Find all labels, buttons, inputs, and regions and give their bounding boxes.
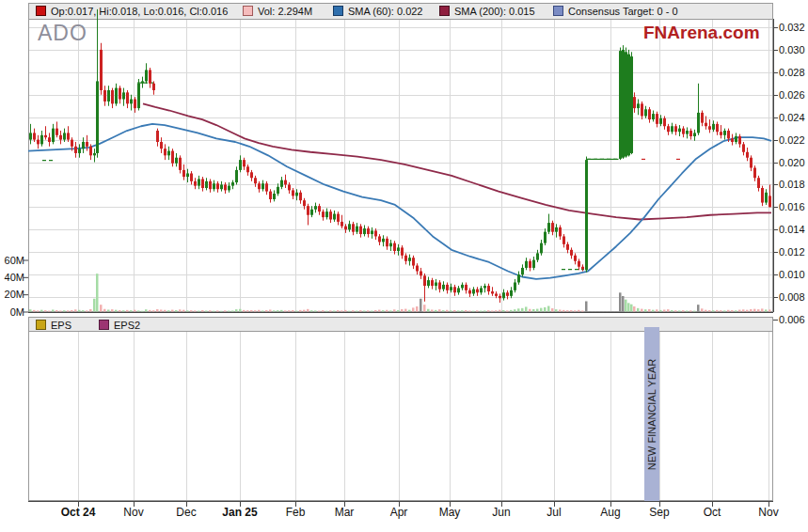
volume-bar: [483, 310, 486, 311]
volume-bar: [130, 310, 133, 311]
candle-body: [708, 126, 711, 130]
candle-body: [333, 214, 336, 220]
volume-bar: [446, 310, 449, 312]
volume-bar: [224, 310, 227, 311]
candle-body: [44, 135, 47, 137]
volume-bar: [382, 310, 385, 311]
candle-body: [209, 181, 212, 189]
volume-bar: [352, 310, 355, 311]
volume-bar: [435, 310, 437, 312]
candle-body: [648, 109, 651, 119]
volume-bar: [416, 306, 419, 312]
volume-bar: [367, 310, 370, 311]
candle-body: [461, 285, 464, 289]
candle-body: [540, 243, 543, 254]
volume-bar: [141, 311, 144, 312]
candle-body: [156, 131, 159, 142]
candle-body: [619, 51, 622, 159]
volume-bar: [663, 309, 666, 311]
volume-bar: [412, 307, 415, 311]
candle-body: [48, 137, 51, 142]
volume-bar: [284, 310, 287, 311]
candle-body: [213, 183, 215, 189]
candle-body: [37, 140, 40, 145]
candle-body: [495, 293, 498, 295]
volume-bar: [768, 309, 771, 311]
candle-body: [476, 289, 479, 293]
candle-body: [559, 227, 562, 237]
volume-bar: [585, 302, 588, 312]
candle-body: [119, 88, 121, 100]
candle-body: [630, 56, 633, 153]
volume-bar: [288, 310, 291, 311]
candle-body: [67, 133, 70, 139]
candle-body: [318, 206, 321, 211]
volume-bar: [622, 296, 625, 312]
volume-bar: [667, 309, 670, 311]
volume-bar: [228, 311, 230, 312]
candle-body: [420, 272, 422, 276]
volume-bar: [476, 310, 479, 311]
volume-bar: [303, 310, 306, 312]
volume-bar: [427, 309, 430, 312]
volume-bar: [126, 310, 129, 312]
volume-bar: [246, 310, 249, 311]
volume-bar: [562, 310, 565, 312]
volume-bar: [644, 309, 647, 311]
volume-bar: [671, 310, 673, 311]
candle-body: [525, 261, 528, 268]
candle-body: [633, 97, 636, 108]
candle-body: [731, 138, 734, 142]
candle-body: [656, 114, 658, 124]
volume-bar: [337, 310, 340, 311]
candle-body: [622, 50, 625, 158]
candle-body: [363, 228, 366, 234]
volume-bar: [727, 310, 730, 312]
volume-bar: [480, 311, 483, 312]
volume-bar: [420, 299, 422, 312]
candle-body: [93, 153, 96, 155]
volume-bar: [156, 309, 159, 312]
candle-body: [137, 84, 140, 108]
volume-bar: [299, 310, 302, 312]
volume-bar: [678, 310, 681, 311]
candle-body: [663, 118, 666, 126]
stock-chart-page: ADO FNArena.com NEW FINANCIAL YEAR Op:0.…: [0, 0, 808, 532]
volume-bar: [750, 309, 753, 312]
volume-bar: [453, 310, 456, 312]
volume-bar: [401, 309, 404, 312]
candle-body: [107, 90, 110, 102]
volume-bar: [190, 310, 193, 311]
volume-bar: [708, 310, 711, 311]
candle-body: [288, 184, 291, 190]
volume-bar: [574, 310, 577, 311]
volume-bar: [359, 310, 362, 311]
price-chart-canvas[interactable]: [0, 0, 808, 532]
candle-body: [235, 170, 238, 182]
volume-bar: [625, 300, 627, 312]
candle-body: [352, 224, 355, 231]
volume-bar: [59, 310, 62, 311]
candle-body: [438, 282, 441, 289]
candle-body: [325, 211, 328, 217]
volume-bar: [258, 310, 261, 312]
candle-body: [149, 70, 151, 83]
candle-body: [322, 211, 325, 217]
volume-bar: [502, 310, 505, 311]
volume-bar: [386, 310, 388, 312]
candle-body: [348, 224, 351, 229]
candle-body: [720, 132, 722, 135]
volume-bar: [175, 310, 178, 311]
candle-body: [141, 81, 144, 83]
candle-body: [29, 133, 32, 139]
candle-body: [678, 129, 681, 133]
volume-bar: [198, 311, 200, 312]
volume-bar: [457, 310, 460, 311]
volume-bar: [731, 310, 734, 311]
volume-bar: [29, 309, 32, 311]
volume-bar: [71, 310, 73, 312]
volume-bar: [269, 309, 272, 311]
candle-body: [746, 152, 749, 158]
volume-bar: [544, 307, 547, 312]
candle-body: [453, 287, 456, 292]
